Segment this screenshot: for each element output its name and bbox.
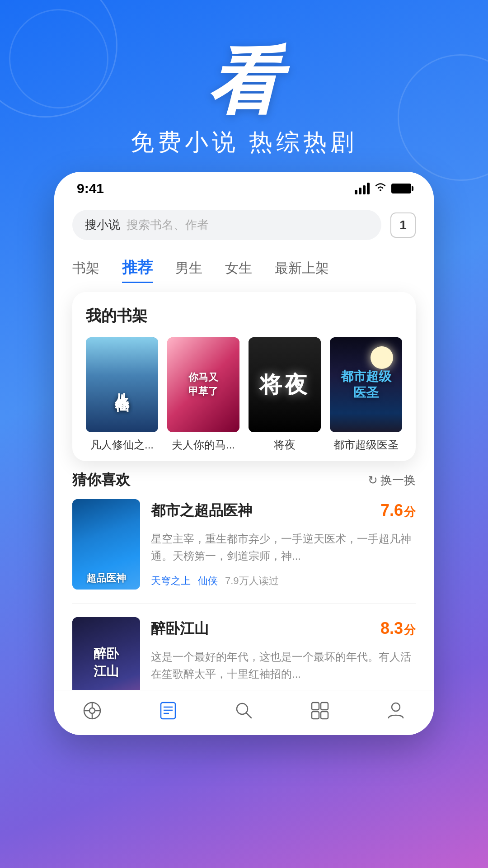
phone-mockup: 9:41 搜小说 搜索书名、作者 1 [54, 172, 434, 735]
rec-name-2: 醉卧江山 [151, 619, 209, 639]
tab-recommend[interactable]: 推荐 [122, 254, 153, 283]
bottom-nav-profile[interactable] [386, 701, 406, 725]
tab-new[interactable]: 最新上架 [275, 255, 329, 281]
book-item-3[interactable]: 将夜 将夜 [249, 337, 321, 452]
tab-female[interactable]: 女生 [225, 255, 252, 281]
battery-icon [391, 184, 411, 193]
book-title-1: 凡人修仙之... [90, 438, 154, 452]
svg-rect-14 [312, 712, 319, 719]
signal-icon [355, 183, 370, 194]
discover-icon [82, 701, 102, 725]
recommendations-section: 猜你喜欢 ↻ 换一换 超品医神 都市之超品医神 7.6 分 [72, 461, 416, 722]
rec-desc-1: 星空主宰，重生都市弃少，一手逆天医术，一手超凡神通。天榜第一，剑道宗师，神... [151, 530, 416, 565]
book-cover-1: 从人修仙 [86, 337, 158, 432]
bottom-nav-read[interactable] [158, 701, 178, 725]
rec-name-1: 都市之超品医神 [151, 501, 252, 521]
tab-male[interactable]: 男生 [175, 255, 202, 281]
svg-line-11 [246, 713, 251, 718]
wifi-icon [374, 182, 387, 195]
svg-rect-13 [321, 703, 328, 710]
rec-title: 猜你喜欢 [72, 470, 130, 490]
tab-bookshelf[interactable]: 书架 [72, 255, 99, 281]
status-time: 9:41 [77, 181, 104, 196]
svg-point-16 [392, 703, 400, 711]
search-input[interactable]: 搜索书名、作者 [127, 217, 209, 233]
app-subtitle: 免费小说 热综热剧 [131, 127, 357, 158]
svg-rect-15 [321, 712, 328, 719]
search-section: 搜小说 搜索书名、作者 1 [54, 201, 434, 249]
book-cover-3: 将夜 [249, 337, 321, 432]
book-item-4[interactable]: 都市超级医圣 都市超级医圣 [330, 337, 402, 452]
book-cover-2: 你马又甲草了 [167, 337, 239, 432]
rec-score-1: 7.6 分 [380, 501, 416, 520]
search-prefix: 搜小说 [85, 217, 120, 233]
shelf-icon [310, 701, 330, 725]
bottom-nav-search[interactable] [234, 701, 254, 725]
book-title-4: 都市超级医圣 [333, 438, 399, 452]
book-title-3: 将夜 [274, 438, 296, 452]
status-bar: 9:41 [54, 172, 434, 201]
bookshelf-card: 我的书架 从人修仙 凡人修仙之... 你马又甲草了 夫人你的马... [72, 292, 416, 461]
hero-section: 看 免费小说 热综热剧 [0, 0, 488, 176]
status-icons [355, 182, 411, 195]
bottom-nav-shelf[interactable] [310, 701, 330, 725]
rec-cover-1: 超品医神 [72, 499, 140, 590]
search-nav-icon [234, 701, 254, 725]
bookshelf-title: 我的书架 [86, 306, 402, 326]
rec-score-2: 8.3 分 [380, 619, 416, 638]
bottom-nav [54, 690, 434, 735]
rec-info-1: 都市之超品医神 7.6 分 星空主宰，重生都市弃少，一手逆天医术，一手超凡神通。… [151, 499, 416, 590]
rec-desc-2: 这是一个最好的年代，这也是一个最坏的年代。有人活在笙歌醉太平，十里红袖招的... [151, 648, 416, 683]
book-item-1[interactable]: 从人修仙 凡人修仙之... [86, 337, 158, 452]
book-item-2[interactable]: 你马又甲草了 夫人你的马... [167, 337, 239, 452]
book-cover-4: 都市超级医圣 [330, 337, 402, 432]
svg-point-1 [89, 708, 95, 713]
rec-item-1[interactable]: 超品医神 都市之超品医神 7.6 分 星空主宰，重生都市弃少，一手逆天医术，一手… [72, 499, 416, 604]
book-title-2: 夫人你的马... [172, 438, 235, 452]
rec-meta-1: 天穹之上 仙侠 7.9万人读过 [151, 574, 416, 588]
svg-rect-12 [312, 703, 319, 710]
rec-refresh-button[interactable]: ↻ 换一换 [368, 472, 416, 488]
read-icon [158, 701, 178, 725]
profile-icon [386, 701, 406, 725]
nav-tabs: 书架 推荐 男生 女生 最新上架 [54, 249, 434, 292]
bottom-nav-discover[interactable] [82, 701, 102, 725]
search-bar[interactable]: 搜小说 搜索书名、作者 [72, 210, 381, 240]
books-row: 从人修仙 凡人修仙之... 你马又甲草了 夫人你的马... 将夜 将夜 [86, 337, 402, 452]
rec-header: 猜你喜欢 ↻ 换一换 [72, 470, 416, 490]
app-title: 看 [208, 45, 280, 118]
search-badge[interactable]: 1 [390, 212, 416, 238]
